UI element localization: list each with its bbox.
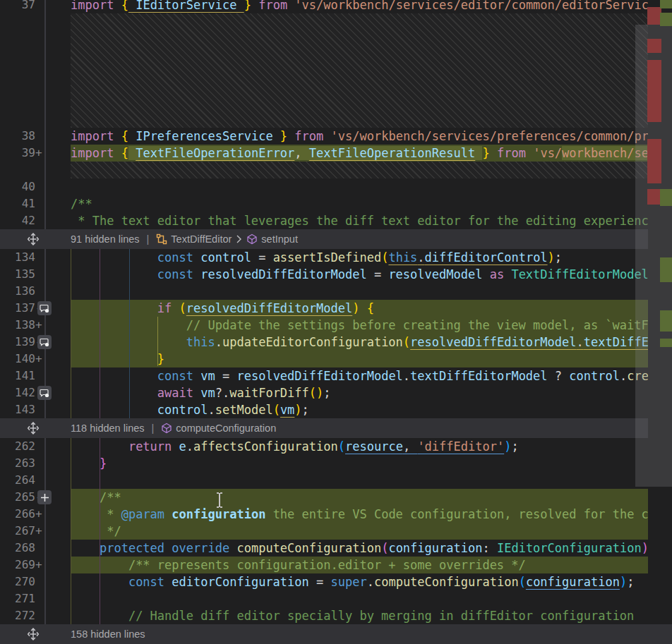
code-line-138[interactable]: 138+ // Update the settings before creat… bbox=[0, 317, 648, 334]
diff-sign bbox=[35, 540, 45, 557]
line-gutter[interactable]: 263 bbox=[0, 455, 71, 472]
bottom-hidden-lines-bar[interactable]: 158 hidden lines bbox=[0, 624, 672, 644]
code-line-263[interactable]: 263 } bbox=[0, 455, 648, 472]
code-line-262[interactable]: 262 return e.affectsConfiguration(resour… bbox=[0, 438, 648, 455]
code-line-265[interactable]: 265- /** bbox=[0, 489, 648, 506]
code-text[interactable]: import { IEditorService } from 'vs/workb… bbox=[71, 0, 648, 13]
line-number: 263 bbox=[0, 455, 35, 472]
code-text[interactable]: /** bbox=[71, 195, 648, 212]
code-line-270[interactable]: 270 const editorConfiguration = super.co… bbox=[0, 573, 648, 590]
code-text[interactable]: const control = assertIsDefined(this.dif… bbox=[71, 249, 648, 266]
line-gutter[interactable]: 135 bbox=[0, 266, 71, 283]
code-text[interactable]: import { IPreferencesService } from 'vs/… bbox=[71, 128, 648, 145]
code-text[interactable] bbox=[71, 283, 648, 300]
line-gutter[interactable]: 269+ bbox=[0, 557, 71, 573]
line-gutter[interactable]: 40 bbox=[0, 178, 71, 195]
line-gutter[interactable]: 38 bbox=[0, 128, 71, 145]
breadcrumb-setInput[interactable]: setInput bbox=[246, 233, 298, 245]
line-gutter[interactable]: 267+ bbox=[0, 523, 71, 540]
comment-thread-badge[interactable] bbox=[37, 301, 52, 315]
hidden-lines-bar[interactable]: 118 hidden lines|computeConfiguration bbox=[0, 418, 648, 438]
code-text[interactable]: import { TextFileOperationError, TextFil… bbox=[71, 145, 648, 162]
ruler-added-mark bbox=[660, 13, 672, 26]
code-line-40[interactable]: 40 bbox=[0, 178, 648, 195]
line-gutter[interactable]: 136 bbox=[0, 283, 71, 300]
code-text[interactable] bbox=[71, 590, 648, 607]
line-gutter[interactable]: 141 bbox=[0, 367, 71, 384]
code-line-135[interactable]: 135 const resolvedDiffEditorModel = reso… bbox=[0, 266, 648, 283]
code-text[interactable] bbox=[71, 178, 648, 195]
code-line-272[interactable]: 272 // Handle diff editor specially by m… bbox=[0, 607, 648, 624]
code-line-267[interactable]: 267+ */ bbox=[0, 523, 648, 540]
breadcrumb-computeConfiguration[interactable]: computeConfiguration bbox=[161, 423, 276, 434]
code-text[interactable]: * @param configuration the entire VS Cod… bbox=[71, 506, 648, 523]
breadcrumb-TextDiffEditor[interactable]: TextDiffEditor bbox=[156, 233, 232, 245]
code-text[interactable]: protected override computeConfiguration(… bbox=[71, 540, 648, 557]
line-gutter[interactable]: 270 bbox=[0, 573, 71, 590]
code-text[interactable]: * The text editor that leverages the dif… bbox=[71, 212, 648, 229]
hidden-lines-count: 158 hidden lines bbox=[71, 628, 145, 640]
line-gutter[interactable]: 137- bbox=[0, 300, 71, 317]
code-text[interactable]: const editorConfiguration = super.comput… bbox=[71, 573, 648, 590]
code-text[interactable]: const resolvedDiffEditorModel = resolved… bbox=[71, 266, 648, 283]
code-line-266[interactable]: 266+ * @param configuration the entire V… bbox=[0, 506, 648, 523]
hidden-lines-bar[interactable]: 91 hidden lines|TextDiffEditorsetInput bbox=[0, 229, 648, 249]
line-gutter[interactable]: 143 bbox=[0, 401, 71, 418]
code-text[interactable]: const vm = resolvedDiffEditorModel.textD… bbox=[71, 367, 648, 384]
code-text[interactable] bbox=[71, 472, 648, 489]
unfold-icon bbox=[27, 628, 40, 640]
code-text[interactable]: } bbox=[71, 455, 648, 472]
comment-icon bbox=[40, 389, 49, 398]
code-text[interactable]: if (resolvedDiffEditorModel) { bbox=[71, 300, 648, 317]
line-gutter[interactable]: 41 bbox=[0, 195, 71, 212]
line-gutter[interactable]: 262 bbox=[0, 438, 71, 455]
code-line-143[interactable]: 143 control.setModel(vm); bbox=[0, 401, 648, 418]
line-number: 266 bbox=[0, 506, 35, 523]
line-gutter[interactable]: 142 bbox=[0, 384, 71, 401]
code-line-137[interactable]: 137- if (resolvedDiffEditorModel) { bbox=[0, 300, 648, 317]
code-text[interactable]: return e.affectsConfiguration(resource, … bbox=[71, 438, 648, 455]
code-text[interactable]: control.setModel(vm); bbox=[71, 401, 648, 418]
line-gutter[interactable]: 264 bbox=[0, 472, 71, 489]
code-line-264[interactable]: 264 bbox=[0, 472, 648, 489]
code-text[interactable]: // Handle diff editor specially by mergi… bbox=[71, 607, 648, 624]
line-gutter[interactable]: 42 bbox=[0, 212, 71, 229]
code-text[interactable]: /** represents configuration.editor + so… bbox=[71, 557, 648, 573]
code-line-139[interactable]: 139- this.updateEditorConfiguration(reso… bbox=[0, 334, 648, 351]
line-gutter[interactable]: 37 bbox=[0, 0, 71, 13]
code-line-42[interactable]: 42 * The text editor that leverages the … bbox=[0, 212, 648, 229]
code-line-134[interactable]: 134 const control = assertIsDefined(this… bbox=[0, 249, 648, 266]
line-gutter[interactable]: 271 bbox=[0, 590, 71, 607]
separator: | bbox=[152, 423, 155, 434]
comment-thread-badge[interactable] bbox=[37, 386, 52, 400]
code-line-269[interactable]: 269+ /** represents configuration.editor… bbox=[0, 557, 648, 573]
code-line-39[interactable]: 39+import { TextFileOperationError, Text… bbox=[0, 145, 648, 162]
line-gutter[interactable]: 268 bbox=[0, 540, 71, 557]
comment-icon bbox=[40, 338, 49, 347]
code-text[interactable]: /** bbox=[71, 489, 648, 506]
line-gutter[interactable]: 138+ bbox=[0, 317, 71, 334]
code-line-37[interactable]: 37import { IEditorService } from 'vs/wor… bbox=[0, 0, 648, 13]
line-gutter[interactable]: 134 bbox=[0, 249, 71, 266]
line-gutter[interactable]: 139- bbox=[0, 334, 71, 351]
comment-thread-badge[interactable] bbox=[37, 335, 52, 349]
line-gutter[interactable]: 140+ bbox=[0, 351, 71, 367]
line-number: 141 bbox=[0, 367, 35, 384]
code-text[interactable]: */ bbox=[71, 523, 648, 540]
code-line-268[interactable]: 268 protected override computeConfigurat… bbox=[0, 540, 648, 557]
code-line-38[interactable]: 38import { IPreferencesService } from 'v… bbox=[0, 128, 648, 145]
code-line-136[interactable]: 136 bbox=[0, 283, 648, 300]
code-line-271[interactable]: 271 bbox=[0, 590, 648, 607]
code-line-140[interactable]: 140+ } bbox=[0, 351, 648, 367]
line-gutter[interactable]: 272 bbox=[0, 607, 71, 624]
add-comment-button[interactable] bbox=[37, 490, 52, 504]
diff-code-editor: 37import { IEditorService } from 'vs/wor… bbox=[0, 0, 672, 644]
code-line-141[interactable]: 141 const vm = resolvedDiffEditorModel.t… bbox=[0, 367, 648, 384]
code-line-142[interactable]: 142 await vm?.waitForDiff(); bbox=[0, 384, 648, 401]
hidden-lines-bar[interactable]: 158 hidden lines bbox=[0, 624, 672, 644]
code-line-41[interactable]: 41/** bbox=[0, 195, 648, 212]
line-gutter[interactable]: 266+ bbox=[0, 506, 71, 523]
line-gutter[interactable]: 265- bbox=[0, 489, 71, 506]
code-text[interactable]: await vm?.waitForDiff(); bbox=[71, 384, 648, 401]
line-gutter[interactable]: 39+ bbox=[0, 145, 71, 162]
